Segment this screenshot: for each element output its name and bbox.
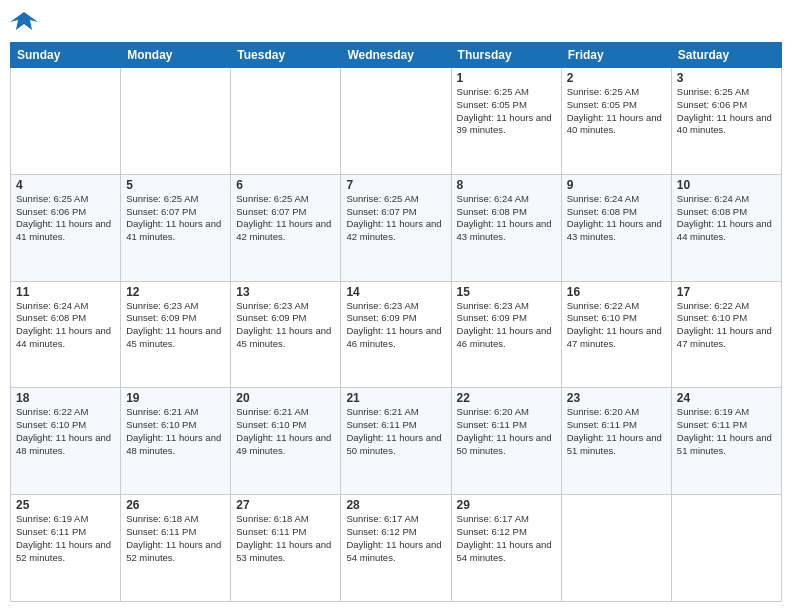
day-number: 29 (457, 498, 556, 512)
calendar-cell: 11Sunrise: 6:24 AM Sunset: 6:08 PM Dayli… (11, 281, 121, 388)
day-number: 2 (567, 71, 666, 85)
day-number: 4 (16, 178, 115, 192)
calendar-cell: 16Sunrise: 6:22 AM Sunset: 6:10 PM Dayli… (561, 281, 671, 388)
day-number: 19 (126, 391, 225, 405)
calendar-cell: 21Sunrise: 6:21 AM Sunset: 6:11 PM Dayli… (341, 388, 451, 495)
day-info: Sunrise: 6:21 AM Sunset: 6:11 PM Dayligh… (346, 406, 445, 457)
col-header-sunday: Sunday (11, 43, 121, 68)
day-info: Sunrise: 6:24 AM Sunset: 6:08 PM Dayligh… (457, 193, 556, 244)
calendar-cell: 1Sunrise: 6:25 AM Sunset: 6:05 PM Daylig… (451, 68, 561, 175)
svg-marker-0 (10, 12, 38, 30)
day-info: Sunrise: 6:22 AM Sunset: 6:10 PM Dayligh… (677, 300, 776, 351)
day-info: Sunrise: 6:25 AM Sunset: 6:06 PM Dayligh… (677, 86, 776, 137)
day-number: 28 (346, 498, 445, 512)
day-info: Sunrise: 6:25 AM Sunset: 6:05 PM Dayligh… (457, 86, 556, 137)
col-header-wednesday: Wednesday (341, 43, 451, 68)
calendar-cell: 24Sunrise: 6:19 AM Sunset: 6:11 PM Dayli… (671, 388, 781, 495)
day-number: 7 (346, 178, 445, 192)
day-number: 18 (16, 391, 115, 405)
calendar-cell: 17Sunrise: 6:22 AM Sunset: 6:10 PM Dayli… (671, 281, 781, 388)
calendar-cell (561, 495, 671, 602)
day-number: 8 (457, 178, 556, 192)
day-info: Sunrise: 6:20 AM Sunset: 6:11 PM Dayligh… (457, 406, 556, 457)
day-number: 1 (457, 71, 556, 85)
day-info: Sunrise: 6:25 AM Sunset: 6:06 PM Dayligh… (16, 193, 115, 244)
day-info: Sunrise: 6:25 AM Sunset: 6:07 PM Dayligh… (346, 193, 445, 244)
day-info: Sunrise: 6:25 AM Sunset: 6:07 PM Dayligh… (126, 193, 225, 244)
col-header-tuesday: Tuesday (231, 43, 341, 68)
day-number: 23 (567, 391, 666, 405)
day-info: Sunrise: 6:23 AM Sunset: 6:09 PM Dayligh… (457, 300, 556, 351)
day-info: Sunrise: 6:21 AM Sunset: 6:10 PM Dayligh… (236, 406, 335, 457)
calendar-cell: 27Sunrise: 6:18 AM Sunset: 6:11 PM Dayli… (231, 495, 341, 602)
calendar-table: SundayMondayTuesdayWednesdayThursdayFrid… (10, 42, 782, 602)
day-info: Sunrise: 6:23 AM Sunset: 6:09 PM Dayligh… (346, 300, 445, 351)
calendar-cell: 28Sunrise: 6:17 AM Sunset: 6:12 PM Dayli… (341, 495, 451, 602)
day-number: 10 (677, 178, 776, 192)
calendar-cell: 14Sunrise: 6:23 AM Sunset: 6:09 PM Dayli… (341, 281, 451, 388)
day-number: 16 (567, 285, 666, 299)
day-info: Sunrise: 6:17 AM Sunset: 6:12 PM Dayligh… (346, 513, 445, 564)
day-info: Sunrise: 6:22 AM Sunset: 6:10 PM Dayligh… (567, 300, 666, 351)
logo (10, 10, 42, 34)
day-number: 11 (16, 285, 115, 299)
calendar-cell: 18Sunrise: 6:22 AM Sunset: 6:10 PM Dayli… (11, 388, 121, 495)
logo-bird-icon (10, 10, 38, 34)
day-number: 25 (16, 498, 115, 512)
day-number: 9 (567, 178, 666, 192)
day-number: 26 (126, 498, 225, 512)
col-header-monday: Monday (121, 43, 231, 68)
day-number: 21 (346, 391, 445, 405)
calendar-cell: 15Sunrise: 6:23 AM Sunset: 6:09 PM Dayli… (451, 281, 561, 388)
day-number: 14 (346, 285, 445, 299)
calendar-cell (11, 68, 121, 175)
day-number: 12 (126, 285, 225, 299)
day-info: Sunrise: 6:18 AM Sunset: 6:11 PM Dayligh… (236, 513, 335, 564)
day-number: 6 (236, 178, 335, 192)
day-number: 15 (457, 285, 556, 299)
day-info: Sunrise: 6:19 AM Sunset: 6:11 PM Dayligh… (677, 406, 776, 457)
calendar-cell: 6Sunrise: 6:25 AM Sunset: 6:07 PM Daylig… (231, 174, 341, 281)
calendar-cell: 5Sunrise: 6:25 AM Sunset: 6:07 PM Daylig… (121, 174, 231, 281)
calendar-cell: 10Sunrise: 6:24 AM Sunset: 6:08 PM Dayli… (671, 174, 781, 281)
calendar-cell (341, 68, 451, 175)
col-header-friday: Friday (561, 43, 671, 68)
col-header-thursday: Thursday (451, 43, 561, 68)
day-info: Sunrise: 6:25 AM Sunset: 6:05 PM Dayligh… (567, 86, 666, 137)
day-info: Sunrise: 6:23 AM Sunset: 6:09 PM Dayligh… (126, 300, 225, 351)
day-info: Sunrise: 6:24 AM Sunset: 6:08 PM Dayligh… (677, 193, 776, 244)
calendar-cell: 9Sunrise: 6:24 AM Sunset: 6:08 PM Daylig… (561, 174, 671, 281)
day-number: 5 (126, 178, 225, 192)
page: SundayMondayTuesdayWednesdayThursdayFrid… (0, 0, 792, 612)
day-number: 3 (677, 71, 776, 85)
day-number: 13 (236, 285, 335, 299)
calendar-cell: 20Sunrise: 6:21 AM Sunset: 6:10 PM Dayli… (231, 388, 341, 495)
day-number: 27 (236, 498, 335, 512)
calendar-cell: 29Sunrise: 6:17 AM Sunset: 6:12 PM Dayli… (451, 495, 561, 602)
day-info: Sunrise: 6:25 AM Sunset: 6:07 PM Dayligh… (236, 193, 335, 244)
calendar-cell: 8Sunrise: 6:24 AM Sunset: 6:08 PM Daylig… (451, 174, 561, 281)
day-info: Sunrise: 6:24 AM Sunset: 6:08 PM Dayligh… (567, 193, 666, 244)
day-info: Sunrise: 6:21 AM Sunset: 6:10 PM Dayligh… (126, 406, 225, 457)
calendar-cell: 23Sunrise: 6:20 AM Sunset: 6:11 PM Dayli… (561, 388, 671, 495)
calendar-cell: 2Sunrise: 6:25 AM Sunset: 6:05 PM Daylig… (561, 68, 671, 175)
calendar-cell: 13Sunrise: 6:23 AM Sunset: 6:09 PM Dayli… (231, 281, 341, 388)
day-number: 22 (457, 391, 556, 405)
day-info: Sunrise: 6:17 AM Sunset: 6:12 PM Dayligh… (457, 513, 556, 564)
calendar-cell: 26Sunrise: 6:18 AM Sunset: 6:11 PM Dayli… (121, 495, 231, 602)
calendar-cell (671, 495, 781, 602)
day-info: Sunrise: 6:18 AM Sunset: 6:11 PM Dayligh… (126, 513, 225, 564)
day-number: 24 (677, 391, 776, 405)
calendar-cell: 12Sunrise: 6:23 AM Sunset: 6:09 PM Dayli… (121, 281, 231, 388)
calendar-cell: 7Sunrise: 6:25 AM Sunset: 6:07 PM Daylig… (341, 174, 451, 281)
calendar-cell: 4Sunrise: 6:25 AM Sunset: 6:06 PM Daylig… (11, 174, 121, 281)
calendar-cell: 25Sunrise: 6:19 AM Sunset: 6:11 PM Dayli… (11, 495, 121, 602)
day-info: Sunrise: 6:23 AM Sunset: 6:09 PM Dayligh… (236, 300, 335, 351)
day-info: Sunrise: 6:20 AM Sunset: 6:11 PM Dayligh… (567, 406, 666, 457)
header (10, 10, 782, 34)
col-header-saturday: Saturday (671, 43, 781, 68)
calendar-cell: 19Sunrise: 6:21 AM Sunset: 6:10 PM Dayli… (121, 388, 231, 495)
day-number: 20 (236, 391, 335, 405)
calendar-cell (121, 68, 231, 175)
day-number: 17 (677, 285, 776, 299)
